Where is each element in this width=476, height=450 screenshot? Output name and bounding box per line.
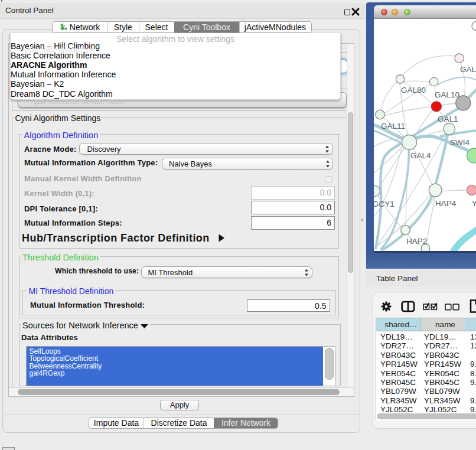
svg-text:GAL11: GAL11 bbox=[381, 122, 405, 131]
svg-text:HAP2: HAP2 bbox=[406, 237, 427, 246]
svg-text:GAL80: GAL80 bbox=[401, 86, 426, 94]
svg-text:GAL2: GAL2 bbox=[460, 65, 476, 74]
svg-text:SWI4: SWI4 bbox=[450, 138, 470, 147]
svg-text:GAL10: GAL10 bbox=[435, 90, 459, 99]
svg-text:HAP4: HAP4 bbox=[435, 199, 457, 208]
svg-text:GAL4: GAL4 bbox=[410, 151, 431, 160]
svg-text:GAL1: GAL1 bbox=[438, 115, 458, 123]
svg-text:GCY1: GCY1 bbox=[374, 200, 395, 208]
svg-text:Y: Y bbox=[472, 199, 476, 208]
